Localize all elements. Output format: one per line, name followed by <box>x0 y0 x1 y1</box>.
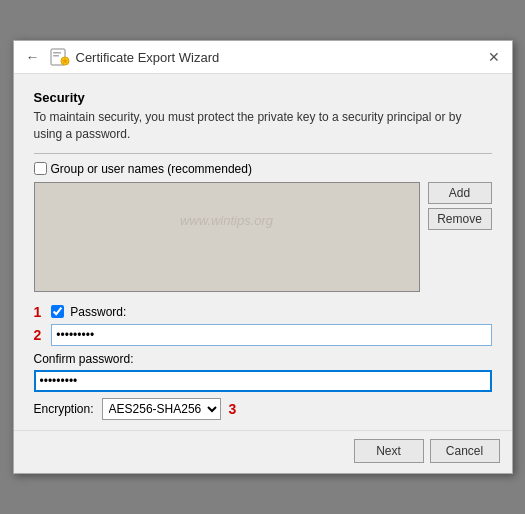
group-area: www.wintips.org Add Remove <box>34 182 492 292</box>
divider <box>34 153 492 154</box>
window-title: Certificate Export Wizard <box>76 50 220 65</box>
cancel-button[interactable]: Cancel <box>430 439 500 463</box>
title-bar: ← Certificate Export Wizard ✕ <box>14 41 512 74</box>
section-description: To maintain security, you must protect t… <box>34 109 492 143</box>
svg-rect-2 <box>53 55 59 57</box>
group-checkbox-row: Group or user names (recommended) <box>34 162 492 176</box>
title-bar-left: ← Certificate Export Wizard <box>22 47 220 67</box>
password-checkbox-label: Password: <box>70 305 126 319</box>
encryption-select[interactable]: AES256-SHA256 TripleDES-SHA1 <box>102 398 221 420</box>
next-button[interactable]: Next <box>354 439 424 463</box>
add-button[interactable]: Add <box>428 182 492 204</box>
footer: Next Cancel <box>14 430 512 473</box>
certificate-icon <box>50 47 70 67</box>
password-input-row: 2 <box>34 324 492 346</box>
password-checkbox[interactable] <box>51 305 64 318</box>
group-buttons: Add Remove <box>428 182 492 292</box>
certificate-export-wizard-window: ← Certificate Export Wizard ✕ Security T… <box>13 40 513 474</box>
remove-button[interactable]: Remove <box>428 208 492 230</box>
confirm-password-input[interactable] <box>34 370 492 392</box>
confirm-label-row: Confirm password: <box>34 352 492 366</box>
section-title: Security <box>34 90 492 105</box>
encryption-row: Encryption: AES256-SHA256 TripleDES-SHA1… <box>34 398 492 420</box>
num1-badge: 1 <box>34 304 42 320</box>
group-checkbox-label: Group or user names (recommended) <box>51 162 252 176</box>
svg-rect-1 <box>53 52 61 54</box>
back-button[interactable]: ← <box>22 49 44 65</box>
password-section: 1 Password: 2 Confirm password: Encrypti… <box>34 304 492 420</box>
password-input[interactable] <box>51 324 491 346</box>
group-checkbox[interactable] <box>34 162 47 175</box>
password-checkbox-row: 1 Password: <box>34 304 492 320</box>
watermark: www.wintips.org <box>35 213 419 228</box>
group-list: www.wintips.org <box>34 182 420 292</box>
num3-badge: 3 <box>229 401 237 417</box>
close-button[interactable]: ✕ <box>484 49 504 65</box>
confirm-input-row <box>34 370 492 392</box>
wizard-content: Security To maintain security, you must … <box>14 74 512 430</box>
num2-badge: 2 <box>34 327 42 343</box>
confirm-label: Confirm password: <box>34 352 134 366</box>
encryption-label: Encryption: <box>34 402 94 416</box>
